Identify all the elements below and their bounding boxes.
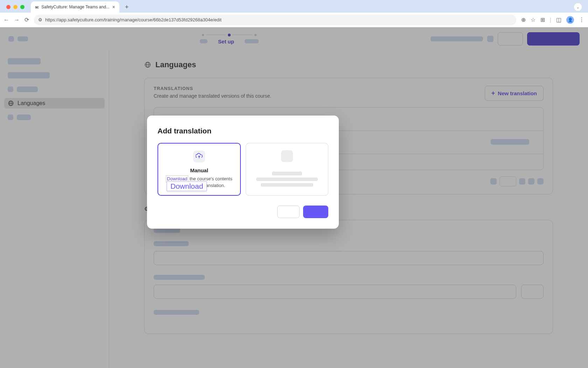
url-text: https://app.safetyculture.com/training/m… [45,17,222,22]
reload-icon[interactable]: ⟳ [24,16,29,23]
zoom-icon[interactable]: ⊕ [521,16,526,23]
tab-title: SafetyCulture: Manage Teams and... [41,5,110,9]
minimize-window-button[interactable] [13,5,18,9]
favicon-icon: sc [35,5,38,9]
profile-icon[interactable]: 👤 [566,16,574,24]
site-settings-icon[interactable]: ⚙ [38,17,42,22]
cancel-button[interactable] [277,206,300,218]
close-tab-icon[interactable]: × [112,4,115,10]
option-icon-placeholder [281,150,293,162]
option-auto[interactable] [246,143,328,196]
back-icon[interactable]: ← [4,17,9,23]
upload-icon [196,153,203,160]
upload-icon-box [193,151,205,162]
maximize-window-button[interactable] [20,5,24,9]
modal-actions [158,206,328,218]
toolbar-icons: ⊕ ☆ ⊞ | ◫ 👤 ⋮ [521,16,584,24]
browser-chrome: sc SafetyCulture: Manage Teams and... × … [0,0,588,27]
chrome-dropdown-icon[interactable]: ⌄ [574,3,582,11]
download-tooltip: Download [167,181,207,191]
app: Set up Languages Languages [0,27,588,368]
option-title: Manual [190,167,208,173]
url-bar[interactable]: ⚙ https://app.safetyculture.com/training… [34,15,516,25]
tab-bar: sc SafetyCulture: Manage Teams and... × … [0,0,588,13]
browser-tab[interactable]: sc SafetyCulture: Manage Teams and... × [31,1,119,13]
menu-icon[interactable]: ⋮ [579,16,584,23]
confirm-button[interactable] [303,206,328,218]
skeleton [261,183,313,187]
sidepanel-icon[interactable]: ◫ [556,16,561,23]
close-window-button[interactable] [6,5,10,9]
add-translation-modal: Add translation Manual Download the cour… [147,116,339,229]
forward-icon[interactable]: → [14,17,20,23]
window-controls [3,5,28,9]
new-tab-button[interactable]: + [122,4,132,11]
url-bar-row: ← → ⟳ ⚙ https://app.safetyculture.com/tr… [0,13,588,27]
extensions-icon[interactable]: ⊞ [540,16,545,23]
bookmark-icon[interactable]: ☆ [531,16,536,23]
skeleton [256,178,318,181]
skeleton [272,172,302,175]
modal-title: Add translation [158,127,328,135]
divider: | [550,17,551,23]
